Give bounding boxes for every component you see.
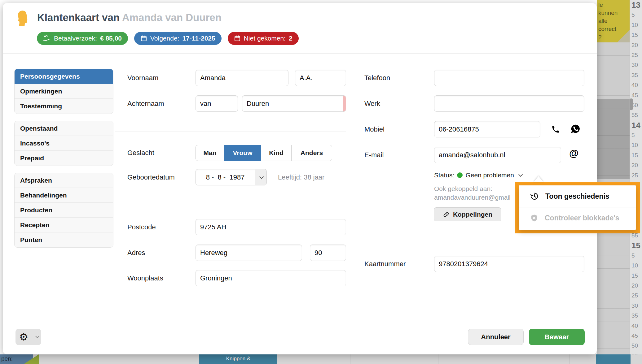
settings-dropdown-toggle[interactable] <box>32 329 41 345</box>
whatsapp-icon[interactable] <box>569 122 582 136</box>
title-prefix: Klantenkaart van <box>37 12 120 23</box>
telefoon-label: Telefoon <box>364 70 390 86</box>
gender-option-man[interactable]: Man <box>196 145 224 161</box>
sticky-note-line: alle <box>597 17 630 25</box>
link-icon <box>443 211 450 218</box>
achternaam-input[interactable] <box>242 95 346 112</box>
payment-request-badge[interactable]: Betaalverzoek: € 85,00 <box>37 32 128 45</box>
gender-option-anders[interactable]: Anders <box>291 145 332 161</box>
badge-label: Niet gekomen: <box>244 35 286 42</box>
calendar-shaded-block <box>597 99 630 179</box>
time-label: 15 <box>630 240 642 250</box>
time-label: 20 <box>630 281 642 291</box>
gender-option-vrouw[interactable]: Vrouw <box>224 145 261 161</box>
sidebar: PersoonsgegevensOpmerkingenToestemming O… <box>14 69 113 254</box>
sticky-note: lekunnenallecorrect? <box>597 0 630 42</box>
no-show-badge[interactable]: Niet gekomen: 2 <box>228 32 299 45</box>
badge-label: Betaalverzoek: <box>54 35 97 42</box>
time-label: 35 <box>630 70 642 80</box>
customer-card-modal: Klantenkaart van Amanda van Duuren Betaa… <box>3 3 597 354</box>
save-button[interactable]: Bewaar <box>529 329 585 345</box>
time-label: 5 <box>630 10 642 20</box>
calendar-icon <box>234 35 241 42</box>
page-title: Klantenkaart van Amanda van Duuren <box>37 12 222 24</box>
postcode-input[interactable] <box>196 219 346 235</box>
time-label: 5 <box>630 251 642 261</box>
hand-euro-icon <box>43 35 51 42</box>
status-chevron-icon[interactable] <box>518 172 523 177</box>
sidebar-item[interactable]: Opmerkingen <box>15 84 113 99</box>
title-customer-name: Amanda van Duuren <box>122 12 222 23</box>
email-at-icon[interactable]: @ <box>569 148 578 159</box>
voornaam-input[interactable] <box>196 70 288 86</box>
housenumber-input[interactable] <box>310 245 346 261</box>
time-label: 35 <box>630 311 642 321</box>
sidebar-item[interactable]: Behandelingen <box>15 188 113 203</box>
sidebar-item[interactable]: Recepten <box>15 218 113 232</box>
city-input[interactable] <box>196 270 346 286</box>
time-label: 25 <box>630 171 642 180</box>
menu-item-toon-geschiedenis[interactable]: Toon geschiedenis <box>519 185 636 207</box>
birthdate-select[interactable]: 8 - 8 - 1987 <box>196 169 267 185</box>
settings-split-button[interactable]: ⚙ <box>15 329 41 345</box>
time-label: 13 <box>630 0 642 10</box>
status-label: Status: <box>434 171 454 179</box>
gender-button-group: Man Vrouw Kind Anders <box>196 145 332 161</box>
grid-line <box>121 354 121 364</box>
time-label: 25 <box>630 50 642 60</box>
sidebar-item[interactable]: Toestemming <box>15 99 113 114</box>
badge-label: Volgende: <box>150 35 179 42</box>
sidebar-item[interactable]: Prepaid <box>15 151 113 166</box>
time-label: 20 <box>630 40 642 50</box>
menu-item-label: Controleer blokkade's <box>545 214 619 222</box>
time-label: 15 <box>630 30 642 40</box>
sticky-note-line: le <box>597 1 630 9</box>
time-label: 45 <box>630 331 642 341</box>
section-divider <box>115 204 346 204</box>
time-label: 30 <box>630 60 642 70</box>
status-ok-dot <box>457 172 463 178</box>
sticky-note-line: kunnen <box>597 9 630 17</box>
phone-input[interactable] <box>434 70 584 86</box>
time-label: 10 <box>630 140 642 150</box>
sidebar-item[interactable]: Punten <box>15 232 113 247</box>
cardnumber-input[interactable] <box>434 256 584 272</box>
koppelingen-button[interactable]: Koppelingen <box>434 207 501 221</box>
sidebar-item[interactable]: Afspraken <box>15 173 113 188</box>
time-label: 25 <box>630 291 642 301</box>
sidebar-item[interactable]: Openstaand <box>15 121 113 136</box>
koppelingen-label: Koppelingen <box>453 211 492 218</box>
sidebar-item[interactable]: Incasso's <box>15 136 113 151</box>
time-label: 40 <box>630 321 642 331</box>
tussenvoegsel-input[interactable] <box>196 95 238 112</box>
badge-value: 2 <box>289 35 292 42</box>
time-label: 40 <box>630 80 642 90</box>
sidebar-item[interactable]: Persoonsgegevens <box>15 69 113 84</box>
werk-label: Werk <box>364 95 380 112</box>
gear-icon[interactable]: ⚙ <box>15 329 32 345</box>
mobile-input[interactable] <box>434 121 540 137</box>
dropdown-caret <box>534 176 543 182</box>
status-value: Geen problemen <box>465 171 514 179</box>
call-icon[interactable] <box>549 123 562 136</box>
woonplaats-label: Woonplaats <box>127 270 163 286</box>
mobiel-label: Mobiel <box>364 121 385 137</box>
cancel-button[interactable]: Annuleer <box>468 329 524 345</box>
scrollbar-thumb[interactable] <box>630 98 633 110</box>
section-divider <box>115 132 346 132</box>
calendar-icon <box>140 35 147 42</box>
sidebar-item[interactable]: Producten <box>15 203 113 218</box>
initials-input[interactable] <box>295 70 346 86</box>
menu-item-label: Toon geschiedenis <box>545 192 609 201</box>
street-input[interactable] <box>196 245 302 261</box>
geboortedatum-label: Geboortedatum <box>127 169 175 185</box>
work-phone-input[interactable] <box>434 95 584 112</box>
next-appointment-badge[interactable]: Volgende: 17-11-2025 <box>134 32 222 45</box>
sticky-note-line: correct <box>597 25 630 33</box>
chevron-down-icon <box>255 169 266 185</box>
menu-item-controleer-blokkades[interactable]: Controleer blokkade's <box>519 207 636 229</box>
sidebar-group-personal: PersoonsgegevensOpmerkingenToestemming <box>14 69 113 114</box>
email-input[interactable] <box>434 147 561 163</box>
gender-option-kind[interactable]: Kind <box>261 145 292 161</box>
time-label: 30 <box>630 301 642 311</box>
